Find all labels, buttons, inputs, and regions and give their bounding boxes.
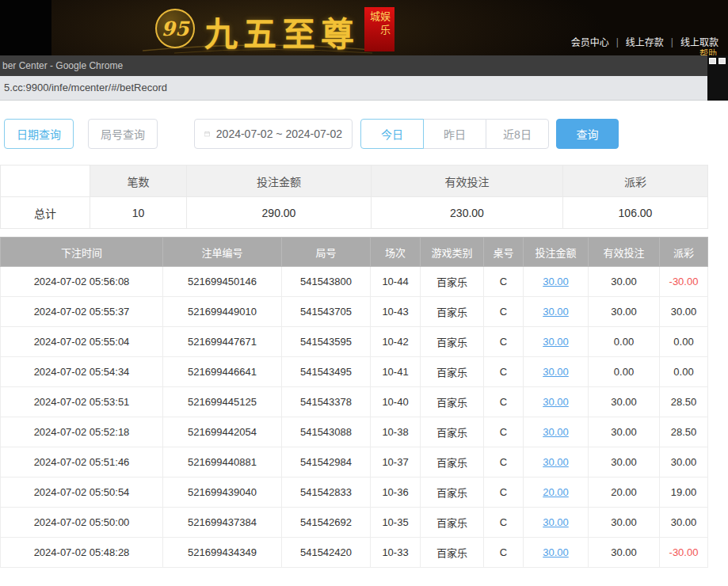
help-link[interactable]: 帮助 [699,47,717,55]
bet-cell-game: 百家乐 [421,387,484,417]
bet-cell-time: 2024-07-02 05:50:54 [1,478,163,508]
bet-cell-round: 541543705 [282,297,371,327]
bet-cell-time: 2024-07-02 05:55:37 [1,297,163,327]
bet-cell-table: C [484,357,524,387]
bet-cell-session: 10-38 [371,417,421,447]
bet-cell-game: 百家乐 [421,297,484,327]
bet-cell-table: C [484,478,524,508]
bet-amount-link[interactable]: 30.00 [543,366,569,378]
emblem-text: 95 [162,17,189,40]
bet-cell-game: 百家乐 [421,357,484,387]
bet-cell-game: 百家乐 [421,508,484,538]
bet-row: 2024-07-02 05:51:46521699440881541542984… [1,447,708,478]
date-range-picker[interactable]: 2024-07-02 ~ 2024-07-02 [194,119,353,149]
bet-header-cell: 投注金额 [524,238,589,267]
bet-cell-table: C [484,387,524,417]
close-button[interactable] [718,58,726,64]
bet-cell-bet_id: 521699434349 [163,538,282,568]
bet-cell-payout: 30.00 [660,297,708,327]
bet-cell-round: 541543378 [282,387,371,417]
date-query-button[interactable]: 日期查询 [4,119,74,149]
bet-header-cell: 桌号 [484,238,524,267]
bet-amount-link[interactable]: 30.00 [543,456,569,468]
bet-cell-amount: 30.00 [524,267,589,297]
filter-bar: 日期查询 局号查询 2024-07-02 ~ 2024-07-02 今日 昨日 … [0,119,728,149]
quick-range-group: 今日 昨日 近8日 [360,119,549,149]
bet-cell-payout: 28.50 [660,387,708,417]
summary-header-row: 笔数投注金额有效投注派彩 [1,166,708,197]
bet-header-cell: 游戏类别 [421,238,484,267]
bet-row: 2024-07-02 05:50:54521699439040541542833… [1,478,708,508]
bet-cell-amount: 30.00 [524,327,589,357]
bet-amount-link[interactable]: 30.00 [543,306,569,318]
bet-cell-round: 541542833 [282,478,371,508]
bet-cell-time: 2024-07-02 05:55:04 [1,327,163,357]
browser-addressbar[interactable]: 5.cc:9900/infe/mcenter/#/betRecord [0,76,707,101]
summary-header-cell: 笔数 [90,166,187,197]
bet-cell-game: 百家乐 [421,447,484,478]
date-range-text: 2024-07-02 ~ 2024-07-02 [216,127,342,140]
bet-cell-round: 541542692 [282,508,371,538]
bet-amount-link[interactable]: 30.00 [543,516,569,528]
bet-cell-bet_id: 521699437384 [163,508,282,538]
quick-range-last8days[interactable]: 近8日 [486,119,549,149]
nav-link-0[interactable]: 会员中心 [571,35,609,48]
bet-cell-game: 百家乐 [421,327,484,357]
window-controls [709,58,726,64]
bet-cell-valid: 20.00 [589,478,660,508]
site-logo: 95 九五至尊 娱乐城 [155,4,394,55]
bet-cell-payout: 19.00 [660,478,708,508]
bet-cell-bet_id: 521699446641 [163,357,282,387]
bet-record-table: 下注时间注单编号局号场次游戏类别桌号投注金额有效投注派彩 2024-07-02 … [0,237,708,568]
bet-amount-link[interactable]: 30.00 [543,396,569,408]
bet-cell-valid: 30.00 [589,267,660,297]
bet-cell-game: 百家乐 [421,538,484,568]
search-button[interactable]: 查询 [556,119,619,149]
bet-cell-round: 541543088 [282,417,371,447]
bet-cell-table: C [484,447,524,478]
bet-cell-valid: 30.00 [589,297,660,327]
bet-cell-table: C [484,267,524,297]
round-query-button[interactable]: 局号查询 [88,119,158,149]
bet-cell-time: 2024-07-02 05:53:51 [1,387,163,417]
calendar-icon [204,128,210,139]
bet-header-cell: 有效投注 [589,238,660,267]
bet-amount-link[interactable]: 30.00 [543,426,569,438]
bet-cell-session: 10-37 [371,447,421,478]
summary-row-label: 总计 [1,197,90,229]
maximize-button[interactable] [709,58,716,64]
browser-titlebar: ber Center - Google Chrome [0,55,707,76]
bet-amount-link[interactable]: 30.00 [543,546,569,558]
window-title: ber Center - Google Chrome [2,60,123,71]
bet-amount-link[interactable]: 30.00 [543,276,569,287]
bet-cell-table: C [484,508,524,538]
bet-amount-link[interactable]: 30.00 [543,336,569,348]
url-text: 5.cc:9900/infe/mcenter/#/betRecord [4,82,167,93]
bet-cell-valid: 30.00 [589,447,660,478]
bet-header-row: 下注时间注单编号局号场次游戏类别桌号投注金额有效投注派彩 [1,238,708,267]
quick-range-yesterday[interactable]: 昨日 [423,119,486,149]
bet-cell-valid: 30.00 [589,417,660,447]
bet-header-cell: 场次 [371,238,421,267]
bet-cell-session: 10-40 [371,387,421,417]
bet-cell-time: 2024-07-02 05:56:08 [1,267,163,297]
bet-cell-bet_id: 521699439040 [163,478,282,508]
bet-cell-table: C [484,417,524,447]
summary-header-cell: 投注金额 [187,166,372,197]
bet-cell-amount: 30.00 [524,508,589,538]
bet-amount-link[interactable]: 20.00 [543,486,569,498]
bet-cell-payout: 30.00 [660,447,708,478]
bet-cell-game: 百家乐 [421,267,484,297]
bet-cell-session: 10-33 [371,538,421,568]
bet-row: 2024-07-02 05:55:04521699447671541543595… [1,327,708,357]
bet-cell-bet_id: 521699442054 [163,417,282,447]
logo-badge: 娱乐城 [364,7,394,51]
bet-cell-game: 百家乐 [421,478,484,508]
nav-link-1[interactable]: 线上存款 [626,35,664,48]
bet-cell-payout: -30.00 [660,267,708,297]
bet-cell-bet_id: 521699447671 [163,327,282,357]
bet-cell-bet_id: 521699450146 [163,267,282,297]
bet-cell-valid: 30.00 [589,387,660,417]
quick-range-today[interactable]: 今日 [360,119,424,149]
logo-title: 九五至尊 [204,7,360,55]
